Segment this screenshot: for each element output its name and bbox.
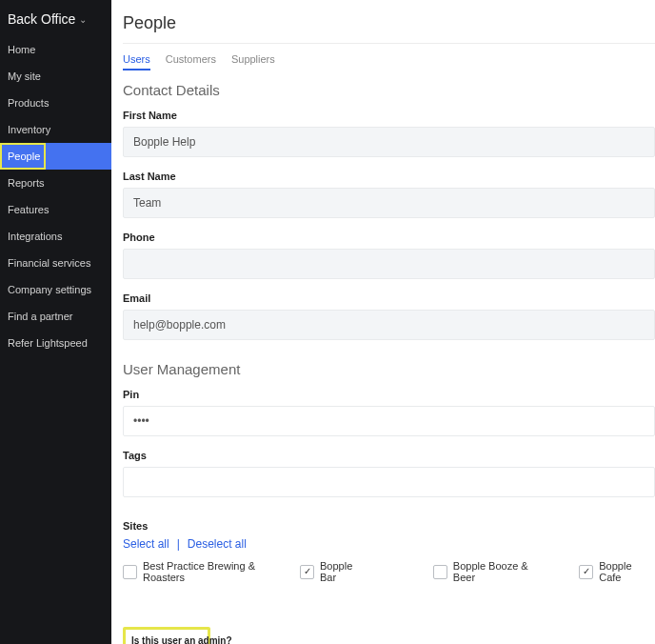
- input-last-name[interactable]: [123, 188, 655, 218]
- field-first-name: First Name: [123, 110, 655, 157]
- input-first-name[interactable]: [123, 127, 655, 157]
- site-option[interactable]: Best Practice Brewing & Roasters: [123, 560, 296, 583]
- admin-block: Is this user an admin? Yes: [123, 627, 210, 644]
- sidebar-item-people[interactable]: People: [0, 143, 111, 170]
- field-phone: Phone: [123, 231, 655, 279]
- sidebar-nav: Home My site Products Inventory People R…: [0, 36, 111, 356]
- sidebar-item-financial-services[interactable]: Financial services: [0, 250, 111, 276]
- link-select-all[interactable]: Select all: [123, 537, 169, 551]
- site-option[interactable]: Bopple Bar: [300, 560, 370, 583]
- site-option[interactable]: Bopple Booze & Beer: [433, 560, 550, 583]
- input-pin[interactable]: [123, 406, 655, 436]
- label-last-name: Last Name: [123, 171, 655, 182]
- input-email[interactable]: [123, 310, 655, 340]
- sidebar-item-refer-lightspeed[interactable]: Refer Lightspeed: [0, 330, 111, 356]
- separator-pipe: |: [177, 537, 180, 551]
- sites-options: Best Practice Brewing & Roasters Bopple …: [123, 560, 655, 583]
- admin-question: Is this user an admin?: [131, 635, 202, 644]
- checkbox[interactable]: [433, 565, 447, 579]
- checkbox[interactable]: [123, 565, 137, 579]
- label-pin: Pin: [123, 389, 655, 400]
- field-sites: Sites Select all | Deselect all Best Pra…: [123, 520, 655, 583]
- field-tags: Tags: [123, 450, 655, 497]
- sidebar-item-my-site[interactable]: My site: [0, 63, 111, 90]
- label-phone: Phone: [123, 231, 655, 243]
- site-option[interactable]: Bopple Cafe: [579, 560, 655, 583]
- field-email: Email: [123, 292, 655, 340]
- sites-bulk-actions: Select all | Deselect all: [123, 537, 655, 551]
- sidebar-header[interactable]: Back Office ⌄: [0, 0, 111, 36]
- sidebar-item-features[interactable]: Features: [0, 196, 111, 223]
- label-sites: Sites: [123, 520, 655, 532]
- tab-customers[interactable]: Customers: [166, 53, 216, 70]
- checkbox[interactable]: [300, 565, 314, 579]
- label-email: Email: [123, 292, 655, 304]
- field-pin: Pin: [123, 389, 655, 436]
- main-content: People Users Customers Suppliers Contact…: [111, 0, 655, 644]
- tab-suppliers[interactable]: Suppliers: [231, 53, 275, 70]
- sidebar-item-company-settings[interactable]: Company settings: [0, 276, 111, 303]
- input-phone[interactable]: [123, 249, 655, 279]
- sidebar-item-reports[interactable]: Reports: [0, 170, 111, 196]
- sidebar-item-products[interactable]: Products: [0, 90, 111, 116]
- tab-users[interactable]: Users: [123, 53, 150, 70]
- page-title: People: [123, 8, 655, 43]
- site-label: Bopple Bar: [320, 560, 370, 583]
- sidebar-item-home[interactable]: Home: [0, 36, 111, 63]
- site-label: Bopple Booze & Beer: [453, 560, 550, 583]
- site-label: Bopple Cafe: [599, 560, 655, 583]
- sidebar-item-inventory[interactable]: Inventory: [0, 116, 111, 143]
- sidebar: Back Office ⌄ Home My site Products Inve…: [0, 0, 111, 644]
- section-title-user-management: User Management: [123, 361, 655, 377]
- site-label: Best Practice Brewing & Roasters: [143, 560, 296, 583]
- input-tags[interactable]: [123, 467, 655, 497]
- sidebar-item-find-a-partner[interactable]: Find a partner: [0, 303, 111, 330]
- sidebar-item-integrations[interactable]: Integrations: [0, 223, 111, 250]
- label-first-name: First Name: [123, 110, 655, 121]
- app-title: Back Office: [8, 11, 75, 27]
- label-tags: Tags: [123, 450, 655, 461]
- checkbox[interactable]: [579, 565, 593, 579]
- link-deselect-all[interactable]: Deselect all: [188, 537, 247, 551]
- section-title-contact: Contact Details: [123, 82, 655, 98]
- tabs: Users Customers Suppliers: [123, 44, 655, 72]
- chevron-down-icon: ⌄: [79, 14, 87, 25]
- field-last-name: Last Name: [123, 171, 655, 218]
